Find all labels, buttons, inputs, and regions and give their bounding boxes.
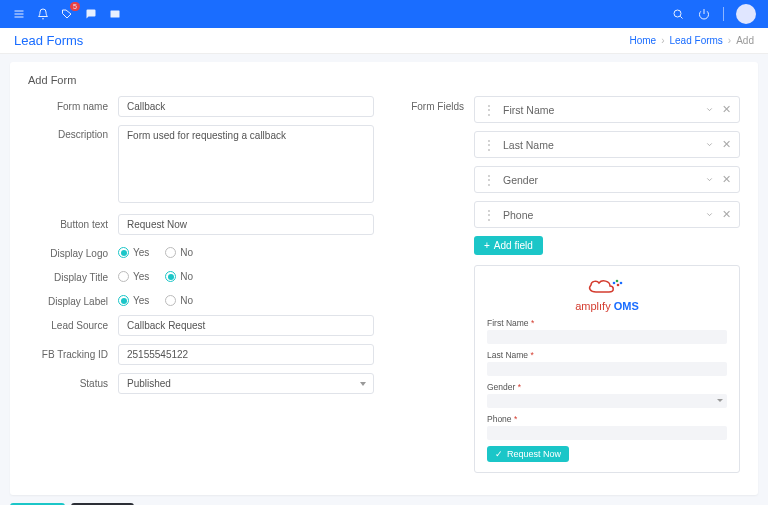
button-text-label: Button text [28,214,118,230]
chevron-down-icon[interactable] [705,139,714,151]
svg-point-7 [613,282,616,285]
field-name: Phone [503,209,705,221]
chat-icon[interactable] [84,7,98,21]
display-logo-label: Display Logo [28,243,118,259]
add-field-button[interactable]: + Add field [474,236,543,255]
nav-separator [723,7,724,21]
breadcrumb-home[interactable]: Home [629,35,656,46]
preview-text-input [487,426,727,440]
field-name: Last Name [503,139,705,151]
display-logo-yes-radio[interactable]: Yes [118,247,149,258]
drag-handle-icon[interactable]: ⋮ [483,139,493,151]
page-header: Lead Forms Home › Lead Forms › Add [0,28,768,54]
plus-icon: + [484,240,490,251]
card-title: Add Form [28,74,740,86]
display-label-label: Display Label [28,291,118,307]
field-row[interactable]: ⋮ First Name ✕ [474,96,740,123]
button-text-input[interactable] [118,214,374,235]
form-preview: amplıfy OMS First Name * Last Name * Gen… [474,265,740,473]
svg-point-10 [620,282,623,285]
display-title-yes-radio[interactable]: Yes [118,271,149,282]
preview-field: First Name * [487,318,727,344]
chevron-down-icon[interactable] [705,174,714,186]
form-fields-label: Form Fields [394,96,474,112]
field-row[interactable]: ⋮ Gender ✕ [474,166,740,193]
preview-field: Gender * [487,382,727,408]
svg-line-5 [680,16,682,18]
display-label-no-radio[interactable]: No [165,295,193,306]
chevron-down-icon[interactable] [705,209,714,221]
lead-source-label: Lead Source [28,315,118,331]
field-name: First Name [503,104,705,116]
status-select[interactable] [118,373,374,394]
fb-tracking-label: FB Tracking ID [28,344,118,360]
svg-point-9 [617,284,620,287]
preview-submit-button: ✓ Request Now [487,446,569,462]
form-left-column: Form name Description Form used for requ… [28,96,374,481]
description-input[interactable]: Form used for requesting a callback [118,125,374,203]
mail-icon[interactable] [108,7,122,21]
remove-field-icon[interactable]: ✕ [722,138,731,151]
display-title-no-radio[interactable]: No [165,271,193,282]
field-row[interactable]: ⋮ Phone ✕ [474,201,740,228]
tag-icon[interactable]: 5 [60,7,74,21]
drag-handle-icon[interactable]: ⋮ [483,174,493,186]
preview-field: Last Name * [487,350,727,376]
preview-field: Phone * [487,414,727,440]
check-icon: ✓ [495,449,503,459]
notification-badge: 5 [70,2,80,11]
form-name-label: Form name [28,96,118,112]
top-navbar: 5 [0,0,768,28]
display-title-label: Display Title [28,267,118,283]
form-right-column: Form Fields ⋮ First Name ✕ ⋮ Last Name [394,96,740,481]
chevron-down-icon[interactable] [705,104,714,116]
field-row[interactable]: ⋮ Last Name ✕ [474,131,740,158]
breadcrumb-separator: › [661,35,664,46]
drag-handle-icon[interactable]: ⋮ [483,209,493,221]
preview-text-input [487,330,727,344]
preview-logo: amplıfy OMS [487,276,727,312]
power-icon[interactable] [697,7,711,21]
svg-point-4 [674,10,681,17]
menu-icon[interactable] [12,7,26,21]
drag-handle-icon[interactable]: ⋮ [483,104,493,116]
form-fields-list: ⋮ First Name ✕ ⋮ Last Name ✕ [474,96,740,473]
svg-rect-3 [111,11,120,18]
display-logo-no-radio[interactable]: No [165,247,193,258]
preview-select-input [487,394,727,408]
status-label: Status [28,373,118,389]
fb-tracking-input[interactable] [118,344,374,365]
remove-field-icon[interactable]: ✕ [722,208,731,221]
bell-icon[interactable] [36,7,50,21]
page-title: Lead Forms [14,33,83,48]
svg-point-8 [616,280,619,283]
breadcrumb-separator: › [728,35,731,46]
search-icon[interactable] [671,7,685,21]
user-avatar[interactable] [736,4,756,24]
breadcrumb-section[interactable]: Lead Forms [670,35,723,46]
form-name-input[interactable] [118,96,374,117]
lead-source-input[interactable] [118,315,374,336]
remove-field-icon[interactable]: ✕ [722,103,731,116]
breadcrumb: Home › Lead Forms › Add [629,35,754,46]
preview-text-input [487,362,727,376]
add-form-card: Add Form Form name Description Form used… [10,62,758,495]
description-label: Description [28,125,118,140]
remove-field-icon[interactable]: ✕ [722,173,731,186]
breadcrumb-current: Add [736,35,754,46]
display-label-yes-radio[interactable]: Yes [118,295,149,306]
field-name: Gender [503,174,705,186]
cloud-logo-icon [584,276,630,298]
